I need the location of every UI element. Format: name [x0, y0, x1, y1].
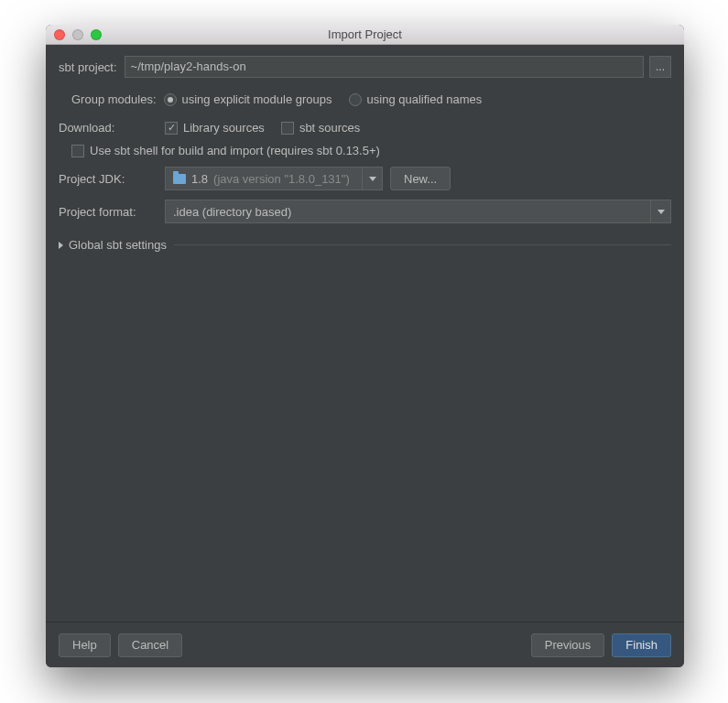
new-jdk-button[interactable]: New...	[390, 167, 451, 190]
chevron-right-icon	[59, 242, 63, 249]
checkbox-icon	[165, 122, 178, 135]
radio-label: using explicit module groups	[182, 92, 332, 106]
dialog-content: sbt project: ~/tmp/play2-hands-on ... Gr…	[46, 45, 684, 622]
global-sbt-settings-header[interactable]: Global sbt settings	[59, 238, 671, 252]
checkbox-label: Library sources	[183, 121, 265, 135]
project-format-row: Project format: .idea (directory based)	[59, 200, 671, 223]
download-label: Download:	[59, 121, 158, 135]
radio-explicit-module-groups[interactable]: using explicit module groups	[164, 92, 332, 106]
checkbox-library-sources[interactable]: Library sources	[165, 121, 265, 135]
radio-label: using qualified names	[367, 92, 483, 106]
zoom-icon[interactable]	[91, 29, 102, 40]
project-format-select[interactable]: .idea (directory based)	[165, 200, 671, 223]
titlebar: Import Project	[46, 25, 684, 45]
browse-button[interactable]: ...	[649, 56, 671, 78]
global-sbt-settings-label: Global sbt settings	[69, 238, 167, 252]
radio-icon	[349, 93, 362, 106]
sbt-shell-row: Use sbt shell for build and import (requ…	[59, 144, 671, 157]
close-icon[interactable]	[54, 29, 65, 40]
divider	[174, 244, 671, 245]
sbt-project-row: sbt project: ~/tmp/play2-hands-on ...	[59, 56, 671, 78]
chevron-down-icon	[650, 200, 670, 222]
radio-qualified-names[interactable]: using qualified names	[349, 92, 483, 106]
jdk-detail: (java version "1.8.0_131")	[213, 172, 350, 186]
dialog-footer: Help Cancel Previous Finish	[46, 622, 684, 667]
project-format-label: Project format:	[59, 205, 158, 219]
group-modules-label: Group modules:	[71, 92, 157, 106]
import-project-dialog: Import Project sbt project: ~/tmp/play2-…	[46, 25, 684, 667]
checkbox-label: Use sbt shell for build and import (requ…	[90, 144, 380, 157]
checkbox-sbt-sources[interactable]: sbt sources	[281, 121, 360, 135]
help-button[interactable]: Help	[59, 633, 111, 657]
jdk-value: 1.8	[191, 172, 208, 186]
previous-button[interactable]: Previous	[531, 633, 605, 657]
download-row: Download: Library sources sbt sources	[59, 121, 671, 135]
project-jdk-select[interactable]: 1.8 (java version "1.8.0_131")	[165, 167, 383, 190]
radio-icon	[164, 93, 177, 106]
sbt-project-input[interactable]: ~/tmp/play2-hands-on	[125, 56, 644, 78]
checkbox-icon	[281, 122, 294, 135]
checkbox-icon	[71, 145, 84, 157]
project-jdk-row: Project JDK: 1.8 (java version "1.8.0_13…	[59, 167, 671, 190]
finish-button[interactable]: Finish	[612, 633, 671, 657]
checkbox-label: sbt sources	[299, 121, 360, 135]
chevron-down-icon	[362, 168, 382, 189]
group-modules-row: Group modules: using explicit module gro…	[59, 92, 671, 106]
sbt-project-label: sbt project:	[59, 60, 117, 74]
project-format-value: .idea (directory based)	[173, 205, 291, 219]
minimize-icon	[72, 29, 83, 40]
window-title: Import Project	[46, 27, 684, 41]
project-jdk-label: Project JDK:	[59, 172, 158, 186]
folder-icon	[173, 174, 186, 184]
window-controls	[46, 29, 102, 40]
cancel-button[interactable]: Cancel	[118, 633, 182, 657]
checkbox-sbt-shell[interactable]: Use sbt shell for build and import (requ…	[71, 144, 380, 157]
